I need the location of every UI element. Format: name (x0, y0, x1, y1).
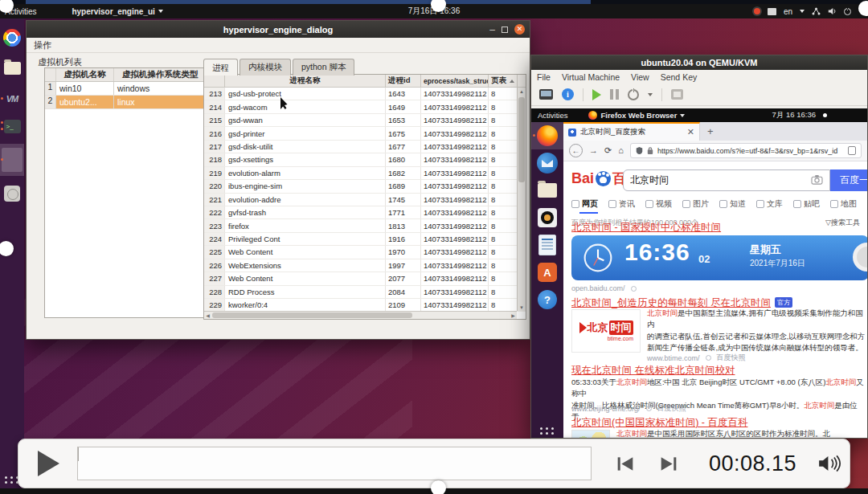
dock-terminal-button[interactable]: >_ (0, 113, 24, 139)
process-row[interactable]: 225 Web Content 1970 140733149982112 8 (204, 246, 526, 259)
seek-bar[interactable] (77, 447, 592, 480)
vm-menu-item[interactable]: Virtual Machine (556, 72, 625, 82)
menu-operation[interactable]: 操作 (34, 39, 51, 51)
dropdown-icon[interactable] (631, 286, 637, 292)
guest-dock-firefox[interactable] (531, 122, 563, 149)
guest-app-menu[interactable]: Firefox Web Browser (588, 111, 685, 120)
guest-show-applications[interactable] (531, 427, 563, 435)
baidu-nav-tab[interactable]: 文库 (756, 198, 783, 212)
result-url[interactable]: open.baidu.com/ (571, 284, 637, 292)
result-link[interactable]: 北京时间 - 国家授时中心标准时间 (571, 221, 721, 235)
process-row[interactable]: 226 WebExtensions 1997 140733149982112 8 (204, 259, 526, 272)
details-info-icon[interactable]: i (562, 88, 574, 100)
dialog-title-bar[interactable]: hypervisor_engine_dialog – ✕ (27, 21, 530, 38)
host-app-menu[interactable]: hypervisor_engine_ui (72, 7, 162, 16)
vm-title-bar[interactable]: ubuntu20.04 on QEMU/KVM (531, 55, 867, 70)
page-action-icon[interactable] (848, 146, 856, 155)
process-row[interactable]: 228 RDD Process 2084 140733149982112 8 (204, 286, 526, 299)
guest-dock-libreoffice[interactable] (531, 231, 563, 259)
maximize-button[interactable] (502, 27, 508, 33)
dropdown-icon[interactable] (646, 406, 652, 411)
column-header-proc-name[interactable]: 进程名称 (225, 75, 386, 87)
step-forward-button[interactable] (659, 455, 678, 472)
tab-close-icon[interactable]: ✕ (687, 127, 694, 137)
play-icon[interactable] (592, 89, 601, 100)
column-header-vm-os[interactable]: 虚拟机操作系统类型 (114, 68, 206, 81)
process-row[interactable]: 218 gsd-xsettings 1680 140733149982112 8 (204, 153, 526, 166)
guest-clock[interactable]: 7月 16 16:36 (772, 110, 816, 120)
url-bar[interactable]: https://www.baidu.com/s?ie=utf-8&f=3&rsv… (630, 143, 862, 158)
process-row[interactable]: 222 gvfsd-trash 1771 140733149982112 8 (204, 206, 526, 219)
console-icon[interactable] (539, 89, 553, 100)
baidu-nav-tab[interactable]: 视频 (645, 198, 672, 212)
beijing-time-card[interactable]: 16:36 02 星期五 2021年7月16日 (571, 235, 867, 280)
result-thumbnail-map[interactable] (571, 430, 610, 438)
result-link[interactable]: 现在北京时间 在线标准北京时间校对 (571, 364, 735, 378)
vertical-scrollbar[interactable]: ▲▼ (517, 88, 526, 311)
process-row[interactable]: 224 Privileged Cont 1916 140733149982112… (204, 233, 526, 246)
lock-icon[interactable] (647, 146, 653, 155)
volume-button[interactable] (817, 454, 841, 473)
vm-menu-item[interactable]: File (531, 72, 556, 82)
baidu-nav-tab[interactable]: 资讯 (608, 198, 635, 212)
minimize-button[interactable]: – (489, 26, 495, 34)
process-row[interactable]: 220 ibus-engine-sim 1689 140733149982112… (204, 180, 526, 193)
dock-files-button[interactable] (0, 55, 24, 81)
browser-tab[interactable]: 北京时间_百度搜索 ✕ (563, 122, 700, 141)
play-button[interactable] (38, 451, 59, 476)
guest-dock-software[interactable]: A (531, 259, 563, 286)
dock-chrome-button[interactable] (0, 25, 24, 51)
vm-menu-item[interactable]: View (625, 72, 655, 82)
baidu-nav-tab[interactable]: 知道 (719, 198, 746, 212)
host-system-tray[interactable]: en (754, 7, 863, 16)
cached-link[interactable]: 百度快照 (657, 403, 686, 414)
camera-icon[interactable] (811, 174, 823, 187)
pause-icon[interactable] (610, 89, 619, 100)
result-url[interactable]: www.beijing-time.org/百度快照 (571, 403, 686, 414)
step-backward-button[interactable] (616, 455, 635, 472)
process-row[interactable]: 221 evolution-addre 1745 140733149982112… (204, 194, 526, 206)
process-row[interactable]: 227 Web Content 2077 140733149982112 8 (204, 272, 526, 285)
dock-vmware-button[interactable]: VM (0, 86, 24, 112)
search-tools-button[interactable]: ▽搜索工具 (825, 218, 860, 228)
process-row[interactable]: 229 kworker/0:4 2109 140733149982112 8 (204, 299, 526, 312)
dialog-tab[interactable]: python 脚本 (293, 59, 354, 76)
chevron-down-icon[interactable] (648, 93, 653, 96)
guest-activities-button[interactable]: Activities (538, 111, 567, 120)
vm-table-row[interactable]: 2 ubuntu2... linux (45, 96, 206, 109)
process-row[interactable]: 213 gsd-usb-protect 1643 140733149982112… (204, 88, 526, 100)
baidu-search-input[interactable]: 北京时间 (623, 169, 830, 191)
process-row[interactable]: 214 gsd-wacom 1649 140733149982112 8 (204, 100, 526, 113)
horizontal-scrollbar[interactable]: ◀▶ (204, 311, 517, 319)
process-row[interactable]: 215 gsd-wwan 1653 140733149982112 8 (204, 114, 526, 127)
close-button[interactable]: ✕ (514, 24, 525, 35)
baidu-nav-tab[interactable]: 贴吧 (793, 198, 820, 212)
column-header-pagetable[interactable]: 页表 (489, 75, 518, 87)
screenshot-icon[interactable] (671, 89, 683, 100)
guest-dock-rhythmbox[interactable] (531, 204, 563, 231)
guest-dock-thunderbird[interactable] (531, 149, 563, 177)
back-button[interactable]: ← (569, 144, 583, 157)
baidu-nav-tab[interactable]: 图片 (682, 198, 709, 212)
forward-button[interactable]: → (589, 146, 598, 155)
dialog-tab[interactable]: 进程 (203, 59, 238, 76)
result-thumbnail[interactable]: 北京时间 btime.com (571, 309, 641, 353)
column-header-vm-name[interactable]: 虚拟机名称 (56, 68, 114, 81)
process-row[interactable]: 217 gsd-disk-utilit 1677 140733149982112… (204, 141, 526, 153)
column-header-eprocess[interactable]: eprocess/task_struct (421, 75, 489, 87)
baidu-nav-tab[interactable]: 网页 (571, 198, 598, 212)
result-url[interactable]: www.btime.com/百度快照 (647, 353, 746, 363)
new-tab-button[interactable]: + (700, 122, 721, 141)
dialog-tab[interactable]: 内核模块 (240, 59, 291, 76)
vm-menu-item[interactable]: Send Key (655, 72, 703, 82)
column-header-proc-id[interactable]: 进程id (386, 75, 421, 87)
dock-hypervisor-app-button[interactable] (0, 144, 24, 176)
baidu-search-button[interactable]: 百度一下 (830, 169, 867, 191)
guest-dock-files[interactable] (531, 177, 563, 204)
guest-dock-help[interactable]: ? (531, 286, 563, 313)
baidu-nav-tab[interactable]: 地图 (830, 198, 857, 212)
dropdown-icon[interactable] (706, 355, 711, 361)
shutdown-icon[interactable] (628, 89, 639, 100)
process-row[interactable]: 216 gsd-printer 1675 140733149982112 8 (204, 127, 526, 140)
reload-button[interactable]: ⟳ (604, 146, 612, 155)
